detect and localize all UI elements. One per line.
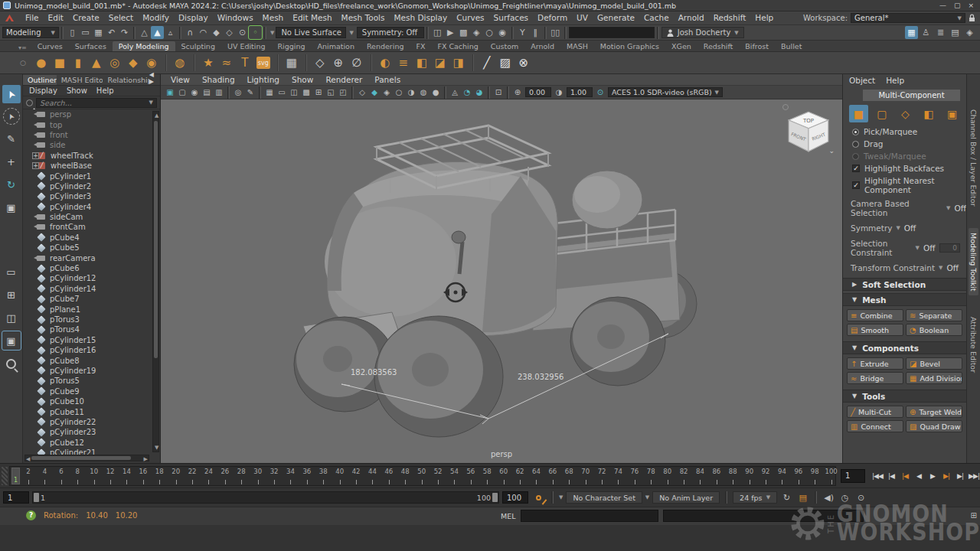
set-key-icon[interactable] <box>536 495 541 500</box>
safe-title-icon[interactable]: ◰ <box>337 86 349 98</box>
anim-layer-select[interactable]: No Anim Layer <box>652 491 720 504</box>
outliner-item-pcube12[interactable]: pCube12 <box>23 438 160 448</box>
side-tab-channel-box-layer-editor[interactable]: Channel Box / Layer Editor <box>969 105 978 211</box>
undo-icon[interactable]: ↶ <box>105 26 118 39</box>
menu-mesh-display[interactable]: Mesh Display <box>389 13 452 22</box>
minimize-button[interactable]: — <box>939 2 946 9</box>
outliner-item-pcube6[interactable]: pCube6 <box>23 263 160 273</box>
truck-model[interactable] <box>294 126 697 437</box>
camera-attributes-icon[interactable]: ◉ <box>188 86 201 98</box>
snap-curve-icon[interactable]: ◠ <box>197 26 210 39</box>
timeline-ruler[interactable]: 1 24681012141618202224262830323436384042… <box>9 466 836 486</box>
menu-cache[interactable]: Cache <box>639 13 674 22</box>
layout-four-pane-icon[interactable]: ⊞ <box>2 285 21 304</box>
multi-cut-icon[interactable]: ╱ <box>478 54 496 72</box>
svg-tool-icon[interactable]: svg <box>256 57 270 69</box>
option-camera-based-selection[interactable]: Camera Based Selection▼Off <box>843 196 966 220</box>
perspective-viewport[interactable]: ViewShadingLightingShowRendererPanels ▣▢… <box>161 74 842 463</box>
current-time-indicator[interactable]: 1 <box>11 468 20 484</box>
menu-uv[interactable]: UV <box>572 13 593 22</box>
outliner-item-pcube7[interactable]: pCube7 <box>23 294 160 304</box>
outliner-item-pcube4[interactable]: pCube4 <box>23 233 160 243</box>
attribute-editor-icon[interactable]: ▤ <box>949 26 962 39</box>
textured-icon[interactable]: ◈ <box>381 86 393 98</box>
face-mode-icon[interactable]: ◧ <box>920 105 939 122</box>
outliner-item-pcube10[interactable]: pCube10 <box>23 396 160 406</box>
mel-input[interactable] <box>521 510 658 522</box>
live-surface-dropdown-arrow[interactable]: ▼ <box>270 30 274 36</box>
shelf-tab-surfaces[interactable]: Surfaces <box>69 41 113 51</box>
shelf-tab-rendering[interactable]: Rendering <box>361 41 410 51</box>
hypershade-icon[interactable]: ◈ <box>470 26 483 39</box>
expand-icon[interactable]: + <box>32 152 39 159</box>
outliner-tab-mash-editor[interactable]: MASH Editor <box>57 75 103 85</box>
arnold-render-icon[interactable]: ◉ <box>496 26 509 39</box>
select-camera-icon[interactable]: ▣ <box>164 86 176 98</box>
outliner-item-pcube9[interactable]: pCube9 <box>23 386 160 396</box>
checkbox-highlight-backfaces[interactable]: ✓Highlight Backfaces <box>843 162 966 174</box>
select-component-mode-icon[interactable]: ▵ <box>164 26 177 39</box>
character-controls-icon[interactable]: ♙ <box>920 26 933 39</box>
mute-audio-icon[interactable]: ◀) <box>822 491 835 504</box>
menu-help[interactable]: Help <box>750 13 778 22</box>
outliner-tab-relationship[interactable]: Relationship <box>103 75 149 85</box>
lasso-tool-icon[interactable]: ➤ <box>3 108 20 125</box>
outliner-item-pcylinder4[interactable]: pCylinder4 <box>23 202 160 212</box>
viewport-menu-shading[interactable]: Shading <box>197 75 240 84</box>
anti-alias-icon[interactable]: ● <box>430 86 442 98</box>
help-icon[interactable]: ? <box>26 510 36 520</box>
view-cube[interactable]: TOP FRONT RIGHT ⌄ <box>782 103 833 155</box>
mirror-icon[interactable]: ◪ <box>431 54 449 72</box>
menu-select[interactable]: Select <box>104 13 138 22</box>
open-scene-icon[interactable]: ▭ <box>79 26 92 39</box>
viewport-menu-lighting[interactable]: Lighting <box>242 75 285 84</box>
toolkit-menu-help[interactable]: Help <box>886 76 904 85</box>
section-header-components[interactable]: ▼Components <box>843 341 966 354</box>
radio-pick-marquee[interactable]: Pick/Marquee <box>843 126 966 138</box>
gate-mask-icon[interactable]: ▩ <box>300 86 312 98</box>
outliner-item-pcube11[interactable]: pCube11 <box>23 406 160 416</box>
outliner-tab-outliner[interactable]: Outliner <box>23 75 57 85</box>
character-set-select[interactable]: No Character Set <box>566 491 642 504</box>
step-back-key-button[interactable]: |◀ <box>899 469 911 483</box>
shelf-tab-bullet[interactable]: Bullet <box>775 41 808 51</box>
outliner-item-pcube5[interactable]: pCube5 <box>23 243 160 253</box>
image-plane-icon[interactable]: ▥ <box>213 86 225 98</box>
outliner-item-pcylinder12[interactable]: pCylinder12 <box>23 273 160 283</box>
separate-button[interactable]: ≋Separate <box>906 309 962 321</box>
lock-camera-icon[interactable]: ▢ <box>176 86 188 98</box>
shaded-icon[interactable]: ◆ <box>368 86 381 98</box>
target-weld-icon[interactable]: ⊗ <box>514 54 533 72</box>
multi-cut-button[interactable]: ╱Multi-Cut <box>847 406 903 418</box>
shelf-tab-redshift[interactable]: Redshift <box>697 41 740 51</box>
command-feedback-field[interactable] <box>663 510 864 522</box>
channel-box-layer-editor-icon[interactable]: ≣ <box>934 26 947 39</box>
grid-icon[interactable]: ▦ <box>263 86 276 98</box>
paint-selection-tool-icon[interactable]: ✎ <box>2 129 21 148</box>
poly-disc-icon[interactable]: ◉ <box>142 54 161 72</box>
sidebar-dock-icon[interactable]: ▦ <box>905 26 918 39</box>
layout-persp-graph-icon[interactable]: ▣ <box>2 331 21 350</box>
isolate-select-icon[interactable]: ◬ <box>449 86 461 98</box>
snap-view-plane-icon[interactable]: ⊙ <box>236 26 249 39</box>
shelf-tab-sculpting[interactable]: Sculpting <box>175 41 221 51</box>
viewcube-menu-chevron[interactable]: ⌄ <box>828 147 835 155</box>
quad-draw-icon[interactable]: ▨ <box>496 54 514 72</box>
extrude-button[interactable]: ↑Extrude <box>847 357 903 370</box>
shelf-tab-curves[interactable]: Curves <box>31 41 69 51</box>
menu-mesh[interactable]: Mesh <box>258 13 289 22</box>
select-object-mode-icon[interactable]: ▲ <box>151 26 164 39</box>
live-surface-field[interactable]: No Live Surface <box>276 27 346 38</box>
animation-end-field[interactable]: 100 <box>502 491 528 504</box>
menu-edit[interactable]: Edit <box>44 13 68 22</box>
pause-viewport-icon[interactable]: ‖ <box>529 26 542 39</box>
option-symmetry[interactable]: Symmetry▼Off <box>843 220 966 236</box>
bookmarks-icon[interactable]: ▤ <box>201 86 213 98</box>
layout-single-pane-icon[interactable]: ▭ <box>2 262 21 281</box>
vertex-mode-icon[interactable]: ▢ <box>873 105 892 122</box>
zoom-tool-icon[interactable] <box>2 354 21 373</box>
type-tool-icon[interactable]: T <box>236 54 254 72</box>
outliner-vertical-scrollbar[interactable]: ▲ ▼ <box>152 111 159 452</box>
menu-file[interactable]: File <box>21 13 44 22</box>
render-frame-icon[interactable]: ◫ <box>431 26 444 39</box>
